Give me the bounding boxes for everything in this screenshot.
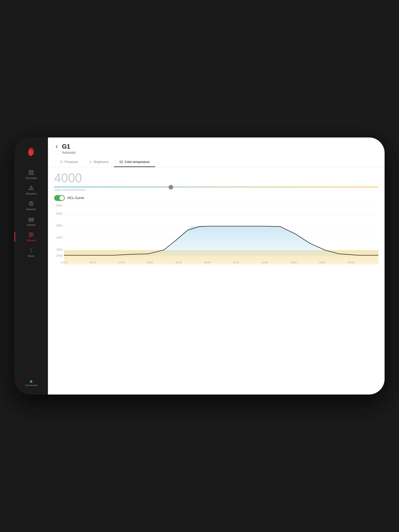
- svg-text:10:00: 10:00: [204, 261, 211, 264]
- chart-svg: 6500 6000 5000 4000 3000 2700: [54, 204, 378, 270]
- hcl-curve-label: HCL-Curve: [67, 196, 84, 200]
- svg-text:2700: 2700: [56, 254, 62, 257]
- slider-label: Colour temperature (Kelvin): [54, 188, 378, 191]
- page-header: G1 Automatic: [48, 138, 385, 158]
- tab-brightness-label: Brightness: [94, 160, 109, 164]
- hcl-curve-row: HCL-Curve: [54, 195, 378, 201]
- back-button[interactable]: [54, 144, 59, 149]
- svg-rect-11: [29, 220, 31, 222]
- tablet-frame: Overview Structure: [14, 138, 385, 394]
- svg-text:00:00: 00:00: [61, 261, 67, 264]
- svg-text:20:00: 20:00: [348, 261, 354, 264]
- sidebar-item-overview[interactable]: Overview: [14, 167, 48, 182]
- svg-point-7: [30, 203, 32, 204]
- temperature-slider-container: Colour temperature (Kelvin): [54, 187, 378, 191]
- more-icon: [28, 247, 34, 253]
- svg-text:14:00: 14:00: [262, 261, 268, 264]
- svg-point-23: [90, 161, 91, 163]
- chart-wrapper: 6500 6000 5000 4000 3000 2700: [54, 204, 378, 270]
- svg-rect-0: [29, 171, 31, 172]
- svg-text:02:00: 02:00: [90, 261, 96, 264]
- tab-color-temperature-label: Color temperature: [124, 160, 150, 164]
- sidebar-item-groups[interactable]: Groups: [14, 213, 48, 229]
- temperature-value: 4000: [54, 172, 378, 184]
- svg-text:18:00: 18:00: [319, 261, 325, 264]
- svg-point-18: [31, 248, 32, 249]
- sidebar-nav: Overview Structure: [14, 167, 48, 380]
- page-title: G1: [62, 143, 70, 150]
- svg-text:16:00: 16:00: [290, 261, 297, 264]
- svg-text:6000: 6000: [56, 212, 62, 215]
- tab-brightness[interactable]: Brightness: [83, 158, 114, 167]
- svg-point-6: [31, 189, 31, 189]
- sidebar-overview-label: Overview: [26, 177, 37, 180]
- connection-indicator: [30, 380, 32, 383]
- svg-text:08:00: 08:00: [175, 261, 182, 264]
- scenes-icon: [28, 232, 34, 238]
- app-logo: [25, 145, 37, 157]
- sidebar-item-more[interactable]: More: [14, 245, 48, 260]
- svg-rect-10: [29, 218, 31, 219]
- svg-point-19: [31, 250, 32, 251]
- svg-rect-14: [29, 233, 31, 234]
- temperature-slider-track[interactable]: [54, 187, 378, 188]
- svg-point-22: [62, 161, 63, 162]
- tab-color-temperature[interactable]: Color temperature: [114, 158, 155, 167]
- sidebar-item-structure[interactable]: Structure: [14, 182, 48, 198]
- svg-line-30: [90, 163, 90, 163]
- overview-icon: [28, 169, 34, 176]
- svg-rect-1: [32, 171, 33, 172]
- svg-text:5000: 5000: [56, 224, 62, 227]
- svg-rect-17: [31, 235, 33, 236]
- sidebar-more-label: More: [28, 254, 34, 257]
- svg-line-27: [91, 163, 92, 163]
- chart-container: 6500 6000 5000 4000 3000 2700: [54, 204, 378, 270]
- svg-line-26: [90, 161, 90, 161]
- sidebar-item-scenes[interactable]: Scenes: [14, 229, 48, 245]
- groups-icon: [28, 216, 34, 222]
- svg-text:6500: 6500: [56, 204, 62, 207]
- svg-rect-13: [32, 220, 33, 222]
- sidebar-groups-label: Groups: [27, 223, 35, 226]
- tabs-row: Presence Brightness: [48, 158, 385, 167]
- sidebar: Overview Structure: [14, 138, 48, 394]
- svg-text:06:00: 06:00: [147, 261, 153, 264]
- svg-rect-15: [31, 233, 33, 234]
- connection-label: Connected: [25, 384, 37, 387]
- sidebar-scenes-label: Scenes: [27, 239, 35, 242]
- tab-presence[interactable]: Presence: [54, 158, 83, 167]
- structure-icon: [28, 185, 34, 191]
- hcl-curve-toggle[interactable]: [54, 195, 65, 201]
- sidebar-devices-label: Devices: [26, 208, 36, 211]
- sidebar-bottom: Connected: [25, 380, 37, 391]
- svg-point-20: [31, 252, 32, 252]
- svg-text:12:00: 12:00: [233, 261, 239, 264]
- svg-text:04:00: 04:00: [118, 261, 124, 264]
- svg-text:3000: 3000: [56, 248, 62, 251]
- main-content: G1 Automatic Presence: [48, 138, 385, 394]
- svg-rect-2: [29, 173, 31, 174]
- page-subtitle: Automatic: [62, 151, 378, 154]
- svg-point-21: [61, 161, 62, 162]
- devices-icon: [28, 201, 34, 207]
- svg-line-31: [91, 161, 92, 161]
- tab-presence-label: Presence: [65, 160, 78, 164]
- temperature-slider-thumb[interactable]: [169, 185, 173, 189]
- sidebar-structure-label: Structure: [26, 192, 36, 195]
- svg-text:4000: 4000: [56, 236, 62, 239]
- svg-rect-12: [32, 218, 33, 219]
- svg-rect-16: [29, 235, 31, 237]
- content-area: 4000 Colour temperature (Kelvin) HCL-Cur…: [48, 167, 385, 394]
- sidebar-item-devices[interactable]: Devices: [14, 198, 48, 213]
- svg-rect-3: [32, 173, 33, 174]
